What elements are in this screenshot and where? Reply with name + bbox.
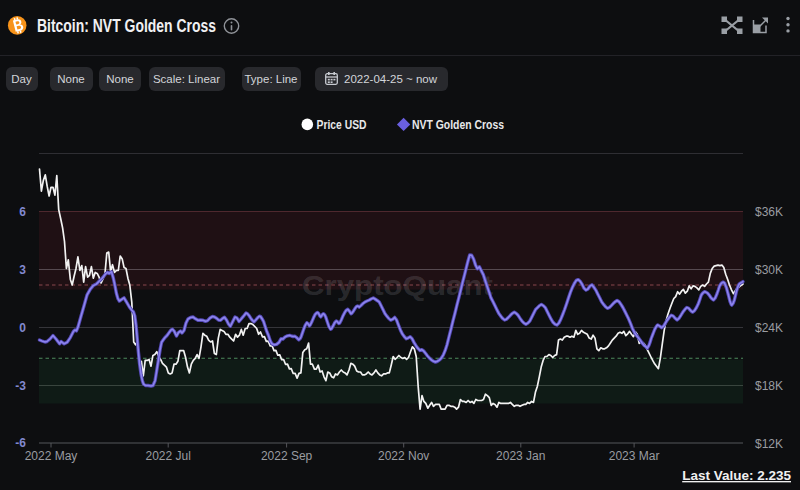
svg-text:NVT Golden Cross: NVT Golden Cross — [412, 117, 504, 132]
svg-text:Last Value: 2.235: Last Value: 2.235 — [682, 468, 791, 483]
svg-text:$30K: $30K — [755, 263, 783, 277]
svg-text:2022 Nov: 2022 Nov — [378, 449, 429, 463]
svg-text:$18K: $18K — [755, 379, 783, 393]
svg-text:-6: -6 — [15, 436, 26, 450]
svg-text:Bitcoin: NVT Golden Cross: Bitcoin: NVT Golden Cross — [37, 16, 216, 36]
svg-text:3: 3 — [19, 263, 26, 277]
svg-text:Price USD: Price USD — [317, 117, 367, 132]
svg-text:6: 6 — [19, 205, 26, 219]
svg-text:-3: -3 — [15, 379, 26, 393]
svg-text:2023 Jan: 2023 Jan — [496, 449, 545, 463]
svg-text:2022 Sep: 2022 Sep — [261, 449, 313, 463]
svg-text:2023 Mar: 2023 Mar — [609, 449, 660, 463]
svg-text:0: 0 — [19, 321, 26, 335]
svg-text:2022 Jul: 2022 Jul — [146, 449, 191, 463]
svg-text:$36K: $36K — [755, 205, 783, 219]
svg-text:$12K: $12K — [755, 437, 783, 451]
svg-text:$24K: $24K — [755, 321, 783, 335]
svg-text:2022 May: 2022 May — [25, 449, 78, 463]
